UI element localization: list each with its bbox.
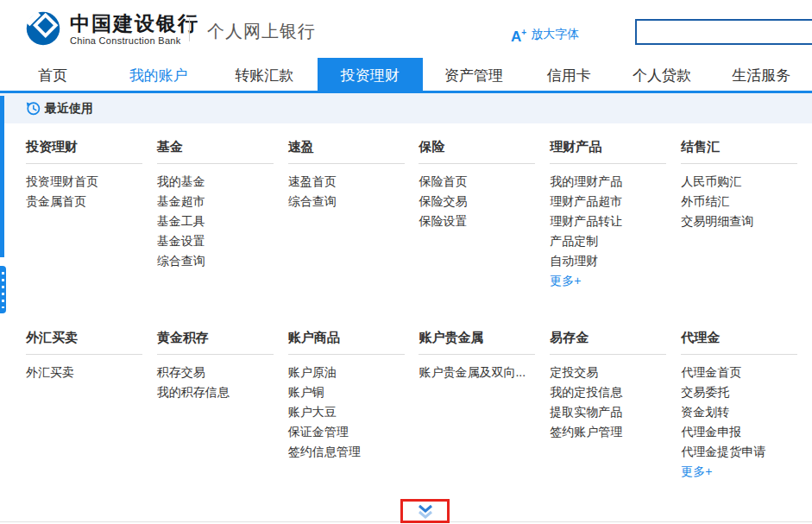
menu-column: 速盈 速盈首页 综合查询 (288, 139, 419, 330)
tab-asset-management[interactable]: 资产管理 (423, 58, 525, 93)
menu-link-list: 投资理财首页 贵金属首页 (26, 172, 157, 211)
menu-link[interactable]: 账户贵金属及双向... (419, 363, 550, 382)
menu-column: 易存金 定投交易 我的定投信息 提取实物产品 签约账户管理 (550, 330, 681, 482)
menu-link[interactable]: 保证金管理 (288, 422, 419, 442)
menu-link[interactable]: 产品定制 (550, 231, 681, 251)
tab-my-accounts[interactable]: 我的账户 (106, 58, 212, 93)
menu-link-list: 积存交易 我的积存信息 (157, 363, 288, 402)
menu-link-list: 人民币购汇 外币结汇 交易明细查询 (681, 172, 812, 231)
menu-link[interactable]: 代理金申报 (681, 422, 812, 442)
menu-link[interactable]: 签约信息管理 (288, 442, 419, 462)
menu-link-list: 代理金首页 交易委托 资金划转 代理金申报 代理金提货申请 (681, 363, 812, 462)
menu-link[interactable]: 保险设置 (419, 211, 550, 231)
menu-column-title: 黄金积存 (157, 330, 274, 355)
more-link[interactable]: 更多+ (681, 462, 812, 482)
menu-link[interactable]: 贵金属首页 (26, 192, 157, 211)
menu-link[interactable]: 账户大豆 (288, 402, 419, 422)
menu-link[interactable]: 基金超市 (157, 192, 288, 211)
menu-row: 投资理财 投资理财首页 贵金属首页 基金 我的基金 基金超市 基金工具 基金设置… (26, 139, 812, 330)
tab-investment[interactable]: 投资理财 (318, 58, 424, 93)
side-floating-tab[interactable] (0, 266, 6, 313)
menu-link[interactable]: 账户原油 (288, 363, 419, 382)
expand-menu-button[interactable] (400, 499, 450, 523)
menu-column-title: 账户贵金属 (419, 330, 535, 355)
menu-link[interactable]: 积存交易 (157, 363, 288, 382)
history-clock-icon (26, 101, 41, 116)
menu-link[interactable]: 代理金首页 (681, 363, 812, 382)
menu-link[interactable]: 交易明细查询 (681, 211, 812, 231)
menu-link[interactable]: 理财产品超市 (550, 192, 681, 211)
menu-column-title: 理财产品 (550, 139, 666, 164)
menu-row: 外汇买卖 外汇买卖 黄金积存 积存交易 我的积存信息 账户商品 账户原油 账户铜… (26, 330, 812, 482)
menu-link[interactable]: 综合查询 (157, 251, 288, 271)
bank-name: 中国建设银行 China Construction Bank (70, 12, 199, 46)
bank-brand: 中国建设银行 China Construction Bank (24, 9, 199, 47)
enlarge-font-button[interactable]: A+ 放大字体 (511, 25, 579, 44)
menu-column-title: 账户商品 (288, 330, 405, 355)
menu-link[interactable]: 签约账户管理 (550, 422, 681, 442)
menu-column-title: 投资理财 (26, 139, 142, 164)
menu-column: 外汇买卖 外汇买卖 (26, 330, 157, 482)
tab-credit-card[interactable]: 信用卡 (525, 58, 614, 93)
menu-link[interactable]: 基金工具 (157, 211, 288, 231)
menu-link[interactable]: 资金划转 (681, 402, 812, 422)
menu-link[interactable]: 定投交易 (550, 363, 681, 382)
menu-column-title: 结售汇 (681, 139, 797, 164)
menu-link-list: 账户原油 账户铜 账户大豆 保证金管理 签约信息管理 (288, 363, 419, 462)
main-nav: 首页 我的账户 转账汇款 投资理财 资产管理 信用卡 个人贷款 生活服务 (0, 58, 812, 93)
menu-link[interactable]: 我的理财产品 (550, 172, 681, 192)
menu-link[interactable]: 外币结汇 (681, 192, 812, 211)
menu-link[interactable]: 速盈首页 (288, 172, 419, 192)
menu-column: 黄金积存 积存交易 我的积存信息 (157, 330, 288, 482)
menu-link[interactable]: 理财产品转让 (550, 211, 681, 231)
double-chevron-down-icon (416, 504, 435, 519)
recent-used-bar: 最近使用 (0, 93, 812, 123)
menu-link[interactable]: 提取实物产品 (550, 402, 681, 422)
search-input[interactable] (635, 19, 812, 45)
bank-name-en: China Construction Bank (70, 35, 199, 46)
menu-column: 结售汇 人民币购汇 外币结汇 交易明细查询 (681, 139, 812, 330)
portal-title: 个人网上银行 (207, 20, 316, 43)
menu-link[interactable]: 保险首页 (419, 172, 550, 192)
menu-link[interactable]: 基金设置 (157, 231, 288, 251)
menu-link[interactable]: 自动理财 (550, 251, 681, 271)
menu-link[interactable]: 人民币购汇 (681, 172, 812, 192)
bank-name-cn: 中国建设银行 (70, 12, 199, 35)
ccb-logo-icon (24, 9, 62, 47)
menu-column: 基金 我的基金 基金超市 基金工具 基金设置 综合查询 (157, 139, 288, 330)
menu-link[interactable]: 账户铜 (288, 382, 419, 402)
menu-column: 理财产品 我的理财产品 理财产品超市 理财产品转让 产品定制 自动理财 更多+ (550, 139, 681, 330)
menu-link[interactable]: 我的定投信息 (550, 382, 681, 402)
menu-column-title: 速盈 (288, 139, 405, 164)
menu-column-title: 保险 (419, 139, 535, 164)
menu-link-list: 保险首页 保险交易 保险设置 (419, 172, 550, 231)
menu-column: 代理金 代理金首页 交易委托 资金划转 代理金申报 代理金提货申请 更多+ (681, 330, 812, 482)
menu-link[interactable]: 外汇买卖 (26, 363, 157, 382)
recent-used-label: 最近使用 (45, 101, 93, 117)
tab-personal-loan[interactable]: 个人贷款 (614, 58, 711, 93)
menu-link[interactable]: 投资理财首页 (26, 172, 157, 192)
more-link[interactable]: 更多+ (550, 271, 681, 291)
menu-column: 账户贵金属 账户贵金属及双向... (419, 330, 550, 482)
menu-link-list: 我的基金 基金超市 基金工具 基金设置 综合查询 (157, 172, 288, 271)
menu-link[interactable]: 交易委托 (681, 382, 812, 402)
menu-link[interactable]: 我的基金 (157, 172, 288, 192)
menu-link[interactable]: 综合查询 (288, 192, 419, 211)
menu-link-list: 账户贵金属及双向... (419, 363, 550, 382)
menu-link[interactable]: 代理金提货申请 (681, 442, 812, 462)
mega-menu: 投资理财 投资理财首页 贵金属首页 基金 我的基金 基金超市 基金工具 基金设置… (0, 123, 812, 482)
header-divider (189, 18, 190, 41)
tab-home[interactable]: 首页 (0, 58, 106, 93)
menu-link[interactable]: 我的积存信息 (157, 382, 288, 402)
menu-column: 保险 保险首页 保险交易 保险设置 (419, 139, 550, 330)
tab-transfer[interactable]: 转账汇款 (211, 58, 318, 93)
menu-column-title: 易存金 (550, 330, 666, 355)
menu-column-title: 基金 (157, 139, 274, 164)
menu-link[interactable]: 保险交易 (419, 192, 550, 211)
menu-column: 账户商品 账户原油 账户铜 账户大豆 保证金管理 签约信息管理 (288, 330, 419, 482)
tab-life-services[interactable]: 生活服务 (710, 58, 812, 93)
menu-column: 投资理财 投资理财首页 贵金属首页 (26, 139, 157, 330)
font-size-icon: A+ (511, 25, 526, 44)
menu-link-list: 外汇买卖 (26, 363, 157, 382)
side-blue-strip (0, 96, 4, 257)
